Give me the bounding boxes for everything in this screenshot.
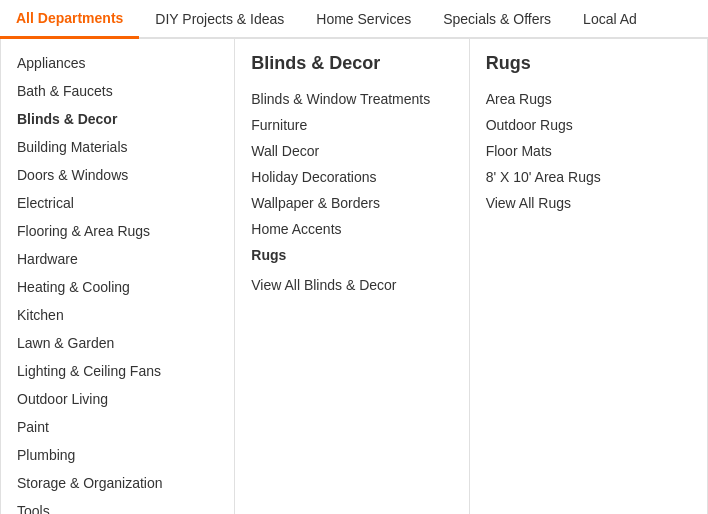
sub-item-wall-decor[interactable]: Wall Decor (251, 138, 452, 164)
dept-item-paint[interactable]: Paint (1, 413, 234, 441)
rugs-column: RugsArea RugsOutdoor RugsFloor Mats8' X … (470, 39, 707, 514)
sub-item-rugs[interactable]: Rugs (251, 242, 452, 268)
dept-item-heating--cooling[interactable]: Heating & Cooling (1, 273, 234, 301)
rug-item-outdoor-rugs[interactable]: Outdoor Rugs (486, 112, 691, 138)
dept-item-kitchen[interactable]: Kitchen (1, 301, 234, 329)
subcategory-heading: Blinds & Decor (251, 53, 452, 74)
dept-item-hardware[interactable]: Hardware (1, 245, 234, 273)
rug-item-view-all-rugs[interactable]: View All Rugs (486, 190, 691, 216)
top-nav-item-all-departments[interactable]: All Departments (0, 0, 139, 39)
rug-item-area-rugs[interactable]: Area Rugs (486, 86, 691, 112)
dept-item-bath--faucets[interactable]: Bath & Faucets (1, 77, 234, 105)
dept-item-storage--organization[interactable]: Storage & Organization (1, 469, 234, 497)
sub-item-view-all-blinds--decor[interactable]: View All Blinds & Decor (251, 272, 452, 298)
dept-item-flooring--area-rugs[interactable]: Flooring & Area Rugs (1, 217, 234, 245)
departments-column: AppliancesBath & FaucetsBlinds & DecorBu… (1, 39, 235, 514)
rug-item-floor-mats[interactable]: Floor Mats (486, 138, 691, 164)
sub-item-blinds--window-treatments[interactable]: Blinds & Window Treatments (251, 86, 452, 112)
top-nav: All DepartmentsDIY Projects & IdeasHome … (0, 0, 708, 39)
top-nav-item-specials--offers[interactable]: Specials & Offers (427, 1, 567, 37)
sub-item-holiday-decorations[interactable]: Holiday Decorations (251, 164, 452, 190)
dept-item-building-materials[interactable]: Building Materials (1, 133, 234, 161)
dept-item-doors--windows[interactable]: Doors & Windows (1, 161, 234, 189)
dept-item-appliances[interactable]: Appliances (1, 49, 234, 77)
rug-item-8-x-10-area-rugs[interactable]: 8' X 10' Area Rugs (486, 164, 691, 190)
rugs-heading: Rugs (486, 53, 691, 74)
sub-item-wallpaper--borders[interactable]: Wallpaper & Borders (251, 190, 452, 216)
subcategory-column: Blinds & DecorBlinds & Window Treatments… (235, 39, 469, 514)
sub-item-home-accents[interactable]: Home Accents (251, 216, 452, 242)
dropdown-panel: AppliancesBath & FaucetsBlinds & DecorBu… (0, 39, 708, 514)
dept-item-tools[interactable]: Tools (1, 497, 234, 514)
dept-item-lawn--garden[interactable]: Lawn & Garden (1, 329, 234, 357)
sub-item-furniture[interactable]: Furniture (251, 112, 452, 138)
dept-item-lighting--ceiling-fans[interactable]: Lighting & Ceiling Fans (1, 357, 234, 385)
dept-item-outdoor-living[interactable]: Outdoor Living (1, 385, 234, 413)
top-nav-item-local-ad[interactable]: Local Ad (567, 1, 653, 37)
top-nav-item-diy-projects--ideas[interactable]: DIY Projects & Ideas (139, 1, 300, 37)
dept-item-electrical[interactable]: Electrical (1, 189, 234, 217)
top-nav-item-home-services[interactable]: Home Services (300, 1, 427, 37)
dept-item-plumbing[interactable]: Plumbing (1, 441, 234, 469)
dept-item-blinds--decor[interactable]: Blinds & Decor (1, 105, 234, 133)
